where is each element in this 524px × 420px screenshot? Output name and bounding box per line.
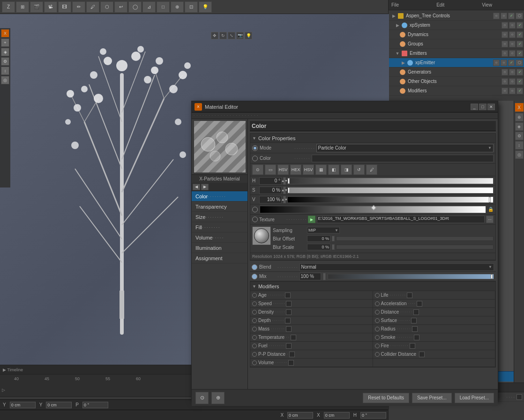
toolbar-btn-2[interactable]: 🎬 xyxy=(30,1,43,13)
tree-check[interactable]: ✓ xyxy=(508,60,515,66)
color-properties-header[interactable]: ▼ Color Properties xyxy=(250,134,495,143)
toolbar-btn-1[interactable]: ⊞ xyxy=(16,1,29,13)
blur-offset-input[interactable] xyxy=(307,235,330,242)
mode-dropdown[interactable]: Particle Color ▼ xyxy=(316,144,494,152)
mix-radio[interactable] xyxy=(252,274,257,279)
mod-radius-radio[interactable] xyxy=(375,327,380,331)
color-hex-btn[interactable]: HEX xyxy=(290,165,301,175)
me-nav-prev[interactable]: ◀ xyxy=(193,184,200,190)
sat-input[interactable] xyxy=(259,187,282,194)
mod-depth-check[interactable] xyxy=(285,318,291,323)
tree-check[interactable]: ✓ xyxy=(517,78,523,85)
y2-input[interactable] xyxy=(46,402,72,408)
blur-scale-stepper[interactable] xyxy=(332,244,335,250)
gradient-handle[interactable] xyxy=(371,205,376,210)
mod-speed-check[interactable] xyxy=(286,301,292,307)
color-picker-btn[interactable]: HSV xyxy=(277,165,289,175)
toolbar-btn-3[interactable]: 📽 xyxy=(44,1,57,13)
toolbar-btn-5[interactable]: ✏ xyxy=(72,1,85,13)
tree-visibility[interactable]: ○ xyxy=(493,60,500,66)
save-preset-btn[interactable]: Save Preset... xyxy=(412,393,452,403)
right-icon-4[interactable]: ↕ xyxy=(515,141,524,150)
me-bottom-icon-2[interactable]: ⊕ xyxy=(211,392,225,404)
me-minimize-btn[interactable]: _ xyxy=(471,104,478,110)
hue-input[interactable] xyxy=(259,177,282,185)
sat-stepper[interactable]: ▲▼ xyxy=(283,187,286,194)
toolbar-btn-12[interactable]: ⊕ xyxy=(171,1,184,13)
toolbar-btn-11[interactable]: □ xyxy=(157,1,170,13)
mod-mass-check[interactable] xyxy=(286,326,292,332)
tree-check[interactable]: ✓ xyxy=(517,31,523,38)
val-input[interactable] xyxy=(259,196,282,203)
toolbar-btn-8[interactable]: ↩ xyxy=(114,1,127,13)
tree-item-xpsystem[interactable]: ▶ xpSystem ○ ○ ✓ xyxy=(389,21,524,30)
mod-accel-check[interactable] xyxy=(417,301,422,307)
mod-surface-radio[interactable] xyxy=(375,318,380,323)
tree-check[interactable]: ✓ xyxy=(517,50,523,57)
me-menu-assignment[interactable]: Assignment xyxy=(192,253,247,263)
vp-icon-5[interactable]: ↕ xyxy=(1,67,9,75)
gradient-track[interactable] xyxy=(260,206,486,213)
me-menu-color[interactable]: Color · · · · · · · · xyxy=(192,191,247,202)
mode-radio[interactable] xyxy=(252,145,258,151)
tree-extra[interactable]: ⬡ xyxy=(516,60,523,66)
tree-extra[interactable]: ⬡ xyxy=(516,13,523,19)
mod-age-radio[interactable] xyxy=(252,293,257,298)
xp-logo-icon[interactable]: X xyxy=(515,103,524,112)
mod-fuel-check[interactable] xyxy=(286,343,292,349)
tree-render[interactable]: ○ xyxy=(509,41,516,47)
right-icon-1[interactable]: ⊕ xyxy=(515,113,524,121)
toolbar-btn-6[interactable]: 🖊 xyxy=(86,1,99,13)
coord-x2-input[interactable] xyxy=(324,412,350,419)
val-stepper[interactable]: ▲▼ xyxy=(283,196,286,203)
tree-visibility[interactable]: ○ xyxy=(502,22,508,29)
me-menu-illumination[interactable]: Illumination xyxy=(192,243,247,253)
viewport-icon-rotate[interactable]: ↻ xyxy=(219,32,227,39)
toolbar-z[interactable]: Z xyxy=(2,1,15,13)
hue-slider[interactable] xyxy=(287,178,494,184)
color-spectrum-btn[interactable]: ▭ xyxy=(265,165,276,175)
y1-input[interactable] xyxy=(10,402,36,408)
reset-defaults-btn[interactable]: Reset to Defaults xyxy=(363,393,409,403)
tree-render[interactable]: ○ xyxy=(509,88,516,94)
tree-visibility[interactable]: ○ xyxy=(502,69,508,75)
tree-render[interactable]: ○ xyxy=(509,31,516,38)
mod-volume-check[interactable] xyxy=(288,360,294,366)
mod-density-radio[interactable] xyxy=(252,310,257,315)
tree-visibility[interactable]: ○ xyxy=(502,31,508,38)
modifiers-header[interactable]: ▼ Modifiers xyxy=(250,282,495,291)
color-radio[interactable] xyxy=(252,156,258,161)
mod-smoke-radio[interactable] xyxy=(375,335,380,340)
color-rgb-btn[interactable]: HSV xyxy=(303,165,314,175)
tree-item-xpemitter[interactable]: ▶ xpEmitter ○ ○ ✓ ⬡ xyxy=(389,58,524,68)
xp-icon[interactable]: X xyxy=(1,29,9,38)
blur-scale-input[interactable] xyxy=(307,244,330,250)
texture-radio[interactable] xyxy=(252,217,258,222)
mix-slider[interactable] xyxy=(328,274,494,279)
mix-value-input[interactable] xyxy=(299,273,321,280)
toolbar-btn-7[interactable]: ⬡ xyxy=(100,1,113,13)
tree-item-dynamics[interactable]: Dynamics ○ ○ ✓ xyxy=(389,30,524,39)
mod-collider-check[interactable] xyxy=(419,352,425,357)
mod-life-radio[interactable] xyxy=(375,293,380,298)
blur-offset-stepper[interactable] xyxy=(332,236,335,241)
tree-visibility[interactable]: ○ xyxy=(502,88,508,94)
me-menu-volume[interactable]: Volume · · · · · xyxy=(192,232,247,243)
menu-edit[interactable]: Edit xyxy=(436,2,444,8)
mod-density-check[interactable] xyxy=(286,309,292,315)
viewport-icon-camera[interactable]: 📷 xyxy=(236,32,244,39)
toolbar-btn-9[interactable]: ◯ xyxy=(128,1,142,13)
subframe-emit-checkbox[interactable] xyxy=(517,394,522,400)
tree-render[interactable]: ○ xyxy=(509,78,516,85)
blur-scale-slider[interactable] xyxy=(336,245,494,249)
tree-check[interactable]: ✓ xyxy=(517,22,523,29)
mod-mass-radio[interactable] xyxy=(252,327,257,331)
tree-item-groups[interactable]: Groups ○ ○ ✓ xyxy=(389,39,524,49)
tree-visibility[interactable]: ○ xyxy=(502,50,508,57)
mod-surface-check[interactable] xyxy=(411,318,417,323)
mod-pp-radio[interactable] xyxy=(252,352,257,357)
mod-distance-radio[interactable] xyxy=(375,310,380,315)
tree-check[interactable]: ✓ xyxy=(517,88,523,94)
vp-icon-2[interactable]: + xyxy=(1,38,9,47)
me-maximize-btn[interactable]: □ xyxy=(479,104,487,110)
